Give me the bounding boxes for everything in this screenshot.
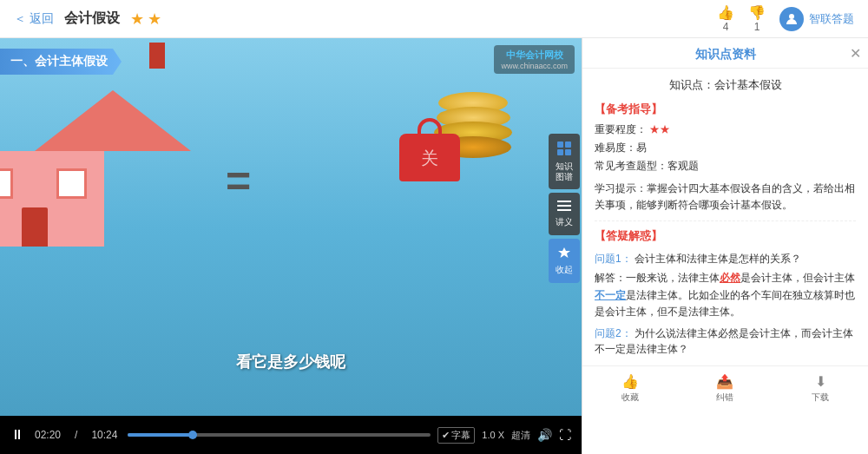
- a1-must: 必然: [720, 272, 740, 284]
- a1-prefix: 解答：一般来说，法律主体: [595, 272, 720, 284]
- progress-fill: [128, 433, 193, 437]
- svg-rect-3: [557, 149, 563, 155]
- report-label: 纠错: [716, 391, 733, 404]
- roof: [35, 90, 191, 151]
- avatar: [779, 7, 804, 31]
- collect-bottom-icon: 👍: [621, 373, 639, 390]
- star-1: ★: [130, 10, 144, 29]
- caption-check-icon: ✔: [442, 430, 450, 441]
- back-arrow-icon: ＜: [14, 11, 26, 27]
- importance-label: 重要程度：: [595, 123, 647, 135]
- report-button[interactable]: 📤 纠错: [716, 373, 733, 404]
- like-button[interactable]: 👍 4: [717, 4, 734, 33]
- house-illustration: [35, 90, 191, 247]
- fullscreen-button[interactable]: ⛶: [559, 428, 571, 442]
- q1-row: 问题1： 会计主体和法律主体是怎样的关系？: [595, 251, 856, 266]
- outline-button[interactable]: 讲义: [549, 193, 580, 235]
- thumb-down-icon: 👎: [748, 4, 766, 21]
- header: ＜ 返回 会计假设 ★ ★ 👍 4 👎 1 智联答题: [0, 0, 868, 38]
- like-count: 4: [723, 21, 729, 33]
- report-icon: 📤: [716, 373, 733, 390]
- answer-header: 【答疑解惑】: [595, 228, 856, 244]
- outline-label: 讲义: [556, 216, 573, 228]
- caption-button[interactable]: ✔ 字幕: [437, 427, 475, 444]
- play-pause-button[interactable]: ⏸: [10, 427, 24, 443]
- video-controls: ⏸ 02:20 / 10:24 ✔ 字幕 1.0 X 超清 🔊 ⛶: [0, 416, 582, 454]
- collect-label: 收起: [556, 264, 573, 276]
- back-button[interactable]: ＜ 返回: [14, 11, 54, 27]
- collect-icon: [557, 246, 571, 261]
- current-time: 02:20: [35, 429, 61, 441]
- tab-knowledge[interactable]: 知识点资料: [695, 47, 756, 63]
- main-layout: 一、会计主体假设 中华会计网校 www.chinaacc.com =: [0, 38, 868, 454]
- progress-bar[interactable]: [128, 433, 431, 437]
- a1-mid: 是会计主体，但会计主体: [740, 272, 855, 284]
- importance-stars: ★★: [649, 123, 670, 135]
- window-left: [0, 168, 13, 199]
- q2-label: 问题2：: [595, 327, 632, 339]
- header-right: 👍 4 👎 1 智联答题: [717, 4, 854, 33]
- equals-sign: =: [226, 160, 251, 203]
- collect-bottom-button[interactable]: 👍 收藏: [621, 373, 639, 404]
- panel-tabs: 知识点资料: [582, 38, 868, 69]
- back-label: 返回: [30, 11, 54, 27]
- difficulty-row: 难易度：易: [595, 141, 856, 155]
- user-label: 智联答题: [809, 11, 854, 27]
- panel-content: 知识点：会计基本假设 【备考指导】 重要程度： ★★ 难易度：易 常见考查题型：…: [582, 69, 868, 365]
- video-subtitle: 看它是多少钱呢: [236, 352, 345, 372]
- total-time: 10:24: [91, 429, 117, 441]
- collect-button[interactable]: 收起: [549, 239, 580, 283]
- close-button[interactable]: ✕: [850, 45, 861, 62]
- question-type-row: 常见考查题型：客观题: [595, 159, 856, 174]
- video-area: 一、会计主体假设 中华会计网校 www.chinaacc.com =: [0, 38, 582, 454]
- divider: [595, 220, 856, 221]
- right-panel: ✕ 知识点资料 知识点：会计基本假设 【备考指导】 重要程度： ★★ 难易度：易…: [582, 38, 868, 454]
- side-toolbar: 知识图谱 讲义 收起: [547, 38, 582, 378]
- house-body: [0, 151, 104, 247]
- knowledge-map-label: 知识图谱: [556, 161, 573, 182]
- speed-button[interactable]: 1.0 X: [482, 430, 504, 440]
- window-right: [56, 168, 87, 199]
- a1-not: 不一定: [595, 289, 626, 301]
- q1-label: 问题1：: [595, 253, 632, 265]
- dislike-button[interactable]: 👎 1: [748, 4, 766, 33]
- outline-icon: [556, 200, 572, 214]
- svg-rect-2: [565, 141, 571, 148]
- coin-stack: [434, 99, 512, 158]
- a1-suffix: 是法律主体。比如企业的各个车间在独立核算时也是会计主体，但不是法律主体。: [595, 289, 855, 318]
- panel-bottom-bar: 👍 收藏 📤 纠错 ⬇ 下载: [582, 365, 868, 411]
- svg-rect-4: [565, 149, 571, 155]
- download-icon: ⬇: [815, 373, 826, 390]
- thumb-up-icon: 👍: [717, 4, 734, 21]
- dislike-count: 1: [754, 21, 760, 33]
- qa-section: 问题1： 会计主体和法律主体是怎样的关系？ 解答：一般来说，法律主体必然是会计主…: [595, 251, 856, 357]
- knowledge-point-title: 知识点：会计基本假设: [595, 77, 856, 93]
- svg-rect-1: [557, 141, 563, 148]
- chimney: [149, 43, 165, 69]
- stars-container: ★ ★: [130, 10, 161, 29]
- progress-dot: [188, 431, 197, 439]
- a1-row: 解答：一般来说，法律主体必然是会计主体，但会计主体不一定是法律主体。比如企业的各…: [595, 270, 856, 320]
- time-separator: /: [75, 429, 77, 441]
- bag-handle: [418, 118, 442, 135]
- knowledge-map-icon: [556, 141, 572, 159]
- svg-point-0: [789, 14, 794, 19]
- knowledge-map-button[interactable]: 知识图谱: [549, 134, 580, 189]
- page-title: 会计假设: [64, 10, 120, 28]
- download-label: 下载: [812, 391, 829, 404]
- q2-row: 问题2： 为什么说法律主体必然是会计主体，而会计主体不一定是法律主体？: [595, 326, 856, 357]
- study-hint: 学习提示：掌握会计四大基本假设各自的含义，若给出相关事项，能够判断符合哪项会计基…: [595, 181, 856, 214]
- door: [22, 207, 48, 247]
- quality-button[interactable]: 超清: [511, 429, 530, 442]
- q2-text: 为什么说法律主体必然是会计主体，而会计主体不一定是法律主体？: [595, 327, 853, 355]
- red-bag: [399, 134, 460, 181]
- importance-row: 重要程度： ★★: [595, 122, 856, 137]
- star-2: ★: [148, 10, 161, 29]
- download-button[interactable]: ⬇ 下载: [812, 373, 829, 404]
- exam-guide-header: 【备考指导】: [595, 102, 856, 117]
- volume-button[interactable]: 🔊: [537, 428, 552, 442]
- video-player[interactable]: 一、会计主体假设 中华会计网校 www.chinaacc.com =: [0, 38, 582, 416]
- caption-label: 字幕: [451, 429, 470, 442]
- user-area[interactable]: 智联答题: [779, 7, 854, 31]
- q1-text: 会计主体和法律主体是怎样的关系？: [635, 253, 801, 265]
